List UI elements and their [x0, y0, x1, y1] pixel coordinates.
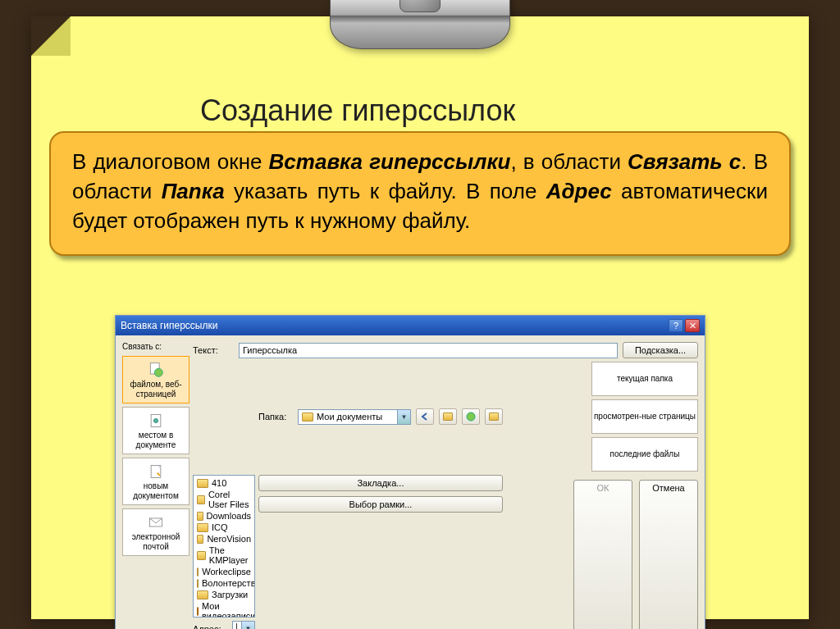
browse-recent-files[interactable]: последние файлы	[591, 437, 698, 472]
folder-dropdown[interactable]: Мои документы ▼	[298, 409, 411, 425]
chevron-down-icon: ▼	[241, 622, 254, 629]
insert-hyperlink-dialog: Вставка гиперссылки ? ✕ Связать с: файло…	[115, 315, 705, 629]
file-name: Corel User Files	[208, 490, 251, 509]
t: , в области	[510, 149, 628, 174]
svg-point-6	[467, 412, 475, 421]
file-name: ICQ	[212, 522, 228, 532]
link-to-panel: Связать с: файлом, веб-страницей местом …	[122, 342, 189, 629]
frame-button[interactable]: Выбор рамки...	[258, 496, 503, 513]
link-to-email[interactable]: электронной почтой	[122, 508, 189, 556]
file-name: Загрузки	[212, 590, 248, 599]
chevron-down-icon: ▼	[397, 410, 410, 424]
link-to-file-web[interactable]: файлом, веб-страницей	[122, 356, 189, 403]
list-item[interactable]: Corel User Files	[197, 489, 251, 510]
t: Вставка гиперссылки	[269, 149, 511, 174]
lbl: новым документом	[125, 481, 187, 501]
t: Адрес	[546, 179, 612, 203]
folder-icon	[197, 523, 208, 532]
globe-icon	[466, 412, 476, 422]
link-to-new-doc[interactable]: новым документом	[122, 458, 189, 505]
t: Связать с	[628, 149, 741, 174]
folder-icon	[197, 535, 203, 544]
file-name: Workeclipse	[202, 567, 251, 577]
list-item[interactable]: Workeclipse	[197, 566, 251, 577]
folder-value: Мои документы	[317, 412, 394, 422]
address-combo[interactable]: ▼	[232, 621, 255, 629]
t: Папка	[162, 179, 225, 203]
lbl: местом в документе	[125, 431, 187, 450]
file-name: Downloads	[207, 511, 251, 521]
fold-corner	[31, 16, 71, 56]
text-label: Текст:	[193, 345, 234, 355]
browse-visited-pages[interactable]: просмотрен-ные страницы	[591, 399, 698, 434]
t: указать путь к файлу. В поле	[225, 179, 546, 203]
folder-icon	[197, 567, 199, 577]
list-item[interactable]: NeroVision	[197, 533, 251, 545]
browse-tabs: текущая папка просмотрен-ные страницы по…	[591, 362, 698, 472]
file-name: The KMPlayer	[209, 545, 251, 565]
svg-point-3	[154, 419, 158, 423]
up-folder-icon	[443, 412, 453, 421]
folder-icon	[302, 412, 313, 422]
list-item[interactable]: Волонтерство	[197, 577, 251, 589]
list-item[interactable]: Downloads	[197, 510, 251, 522]
dialog-title-text: Вставка гиперссылки	[121, 320, 667, 331]
bookmark-button[interactable]: Закладка...	[258, 475, 503, 491]
new-document-icon	[148, 463, 164, 480]
list-item[interactable]: The KMPlayer	[197, 545, 251, 566]
up-folder-button[interactable]	[439, 408, 457, 425]
email-icon	[148, 514, 164, 531]
list-item[interactable]: 410	[197, 477, 251, 489]
cancel-button[interactable]: Отмена	[639, 480, 698, 629]
folder-icon	[197, 495, 205, 504]
list-item[interactable]: Загрузки	[197, 589, 251, 600]
folder-icon	[197, 512, 203, 521]
folder-label: Папка:	[258, 412, 293, 422]
ok-button[interactable]: ОК	[573, 480, 632, 629]
file-name: 410	[212, 478, 226, 488]
list-item[interactable]: ICQ	[197, 522, 251, 533]
text-input[interactable]	[239, 343, 618, 358]
svg-point-1	[154, 368, 162, 376]
address-value	[236, 623, 238, 629]
browse-file-button[interactable]	[485, 408, 503, 425]
browse-web-button[interactable]	[462, 408, 480, 425]
open-folder-icon	[489, 412, 499, 421]
binder-clip	[330, 0, 510, 49]
video-icon	[197, 607, 199, 616]
tooltip-button[interactable]: Подсказка...	[623, 342, 698, 358]
link-to-label: Связать с:	[122, 342, 189, 351]
lbl: файлом, веб-страницей	[125, 380, 187, 399]
file-name: Волонтерство	[202, 578, 255, 588]
folder-icon	[197, 479, 208, 488]
t: В диалоговом окне	[72, 149, 269, 174]
document-target-icon	[148, 412, 164, 429]
page-globe-icon	[148, 362, 164, 378]
file-name: Мои видеозаписи	[202, 601, 255, 618]
folder-icon	[197, 579, 199, 588]
back-arrow-icon	[420, 412, 430, 422]
slide-title: Создание гиперссылок	[200, 93, 515, 128]
back-button[interactable]	[416, 408, 434, 425]
folder-icon	[197, 551, 206, 560]
address-label: Адрес:	[193, 624, 227, 630]
folder-icon	[197, 590, 208, 599]
callout-box: В диалоговом окне Вставка гиперссылки, в…	[49, 131, 791, 256]
dialog-titlebar[interactable]: Вставка гиперссылки ? ✕	[116, 316, 705, 335]
link-to-place[interactable]: местом в документе	[122, 407, 189, 454]
file-list[interactable]: 410Corel User FilesDownloadsICQNeroVisio…	[193, 475, 255, 618]
lbl: электронной почтой	[125, 532, 187, 552]
browse-current-folder[interactable]: текущая папка	[591, 362, 698, 396]
close-button[interactable]: ✕	[685, 319, 700, 332]
list-item[interactable]: Мои видеозаписи	[197, 600, 251, 618]
file-name: NeroVision	[207, 534, 251, 544]
help-button[interactable]: ?	[669, 319, 683, 332]
